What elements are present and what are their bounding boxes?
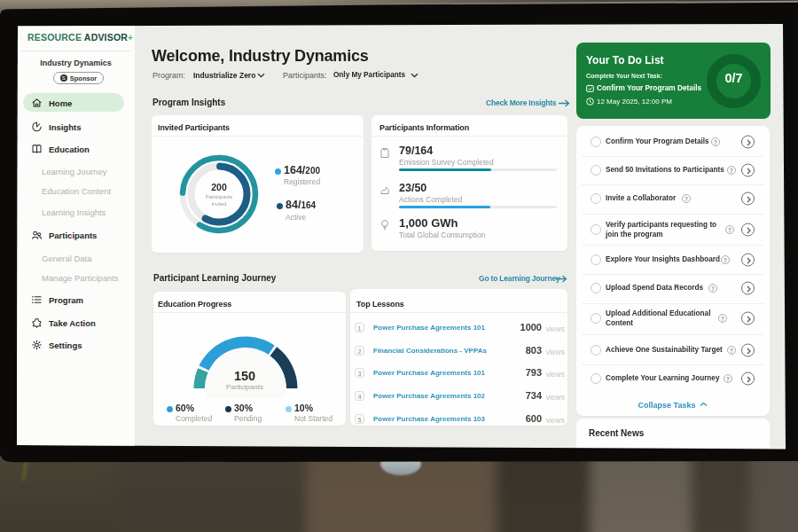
svg-text:200: 200 <box>211 182 227 192</box>
svg-text:Invited: Invited <box>211 201 226 207</box>
svg-text:Participants: Participants <box>206 194 232 200</box>
